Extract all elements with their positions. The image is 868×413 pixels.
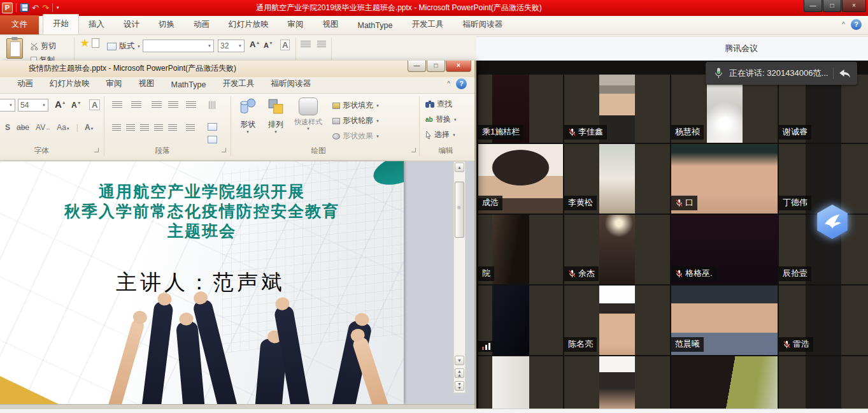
font-color-button[interactable]: A▼ (85, 123, 94, 132)
align-text-button[interactable] (208, 123, 217, 131)
minimize-button[interactable]: — (408, 61, 426, 72)
front-tab-视图[interactable]: 视图 (131, 75, 163, 93)
front-tab-动画[interactable]: 动画 (9, 75, 41, 93)
participant-tile[interactable]: 李黄松 (564, 144, 670, 214)
participant-tile[interactable]: 院 (478, 215, 563, 284)
tab-开始[interactable]: 开始 (43, 14, 79, 34)
cut-button[interactable]: 剪切 (31, 41, 56, 52)
participant-tile[interactable] (779, 356, 868, 413)
meeting-titlebar[interactable]: 腾讯会议 (476, 36, 868, 61)
grow-font-button[interactable]: A▲ (250, 40, 260, 49)
clear-formatting-button[interactable]: A (280, 40, 290, 50)
close-button[interactable]: × (842, 0, 866, 12)
participant-tile[interactable] (478, 286, 563, 355)
maximize-button[interactable]: □ (823, 0, 841, 12)
participant-tile[interactable]: 丁德伟 (779, 144, 868, 214)
ribbon-collapse-icon[interactable]: ^ (842, 21, 845, 28)
scrollbar-thumb[interactable] (455, 182, 464, 238)
scroll-down-button[interactable]: ▼ (455, 356, 464, 365)
font-dialog-launcher[interactable] (94, 148, 99, 152)
align-center-button[interactable] (126, 124, 135, 132)
participant-tile[interactable]: 余杰 (564, 215, 670, 284)
front-tab-福昕阅读器[interactable]: 福昕阅读器 (262, 75, 319, 93)
tab-幻灯片放映[interactable]: 幻灯片放映 (219, 15, 278, 34)
font-name-combo[interactable]: ▼ (0, 99, 15, 112)
distribute-button[interactable] (168, 124, 177, 132)
shrink-font-button[interactable]: A▼ (71, 101, 82, 110)
text-direction-button[interactable] (208, 101, 215, 109)
clear-formatting-button[interactable]: A (89, 99, 100, 110)
tab-切换[interactable]: 切换 (149, 15, 184, 34)
next-slide-button[interactable]: ▼▼ (455, 381, 464, 391)
tab-福昕阅读器[interactable]: 福昕阅读器 (453, 15, 512, 34)
font-size-combo[interactable]: 54 ▼ (18, 99, 48, 112)
font-size-combo[interactable]: 32 ▼ (218, 40, 245, 52)
participant-tile[interactable]: 谢诚睿 (779, 75, 868, 143)
tab-视图[interactable]: 视图 (313, 15, 348, 34)
scroll-up-button[interactable]: ▲ (455, 163, 464, 172)
close-button[interactable]: × (446, 61, 471, 72)
participant-tile[interactable]: 格格巫. (671, 215, 778, 284)
help-button[interactable]: ? (456, 78, 467, 89)
align-left-button[interactable] (112, 124, 121, 132)
slide-canvas[interactable]: 通用航空产业学院组织开展 秋季入学前常态化疫情防控安全教育 主题班会 主讲人：范… (0, 161, 404, 404)
paste-button[interactable] (6, 38, 23, 59)
tab-动画[interactable]: 动画 (184, 15, 219, 34)
participant-tile[interactable]: 杨慧祯 (671, 75, 778, 143)
ribbon-collapse-icon[interactable]: ^ (447, 80, 450, 87)
front-tab-开发工具[interactable]: 开发工具 (214, 75, 262, 93)
maximize-button[interactable]: □ (427, 61, 445, 72)
layout-button[interactable]: 版式 ▼ (107, 41, 141, 52)
speaking-banner[interactable]: 正在讲话: 3201434006范... (706, 62, 857, 85)
increase-indent-button[interactable] (168, 101, 178, 109)
main-titlebar[interactable]: P ↶ ↷ ▼ 通用航空产业学院2019级毕业班主题班会.pptx - Micr… (0, 0, 868, 16)
participant-tile[interactable]: 乘1施桔栏 (478, 75, 563, 143)
align-right-button[interactable] (140, 124, 149, 132)
find-button[interactable]: 查找 (425, 99, 452, 110)
bullets-button[interactable] (112, 101, 122, 109)
shrink-font-button[interactable]: A▼ (264, 41, 273, 49)
participant-tile[interactable]: 口 (671, 144, 778, 214)
decrease-indent-button[interactable] (152, 101, 162, 109)
justify-button[interactable] (154, 124, 163, 132)
shadow-button[interactable]: S (5, 123, 10, 132)
quick-styles-button[interactable]: 快速样式 ▼ (290, 98, 326, 131)
drawing-dialog-launcher[interactable] (411, 148, 416, 152)
select-button[interactable]: 选择▼ (425, 129, 456, 140)
reply-arrow-icon[interactable] (839, 69, 851, 78)
shape-outline-button[interactable]: 形状轮廓▼ (332, 115, 380, 126)
new-slide-button[interactable] (80, 38, 99, 48)
participant-tile[interactable] (564, 356, 670, 413)
tab-文件[interactable]: 文件 (0, 15, 39, 34)
xunlei-float-icon[interactable] (815, 205, 850, 239)
help-button[interactable]: ? (851, 19, 862, 30)
slide-scrollbar[interactable]: ▲ ▼ ▲▲ ▼▼ (453, 161, 466, 393)
tab-MathType[interactable]: MathType (348, 17, 402, 34)
arrange-button[interactable]: 排列 ▼ (262, 98, 289, 134)
participant-tile[interactable]: 成浩 (478, 144, 563, 214)
front-tab-审阅[interactable]: 审阅 (98, 75, 131, 93)
change-case-button[interactable]: Aa▼ (57, 123, 70, 132)
bullets-button[interactable] (301, 41, 311, 48)
shape-effects-button[interactable]: 形状效果▼ (332, 131, 380, 141)
columns-button[interactable] (186, 124, 195, 132)
line-spacing-button[interactable] (186, 101, 196, 109)
participant-tile[interactable]: 李佳鑫 (564, 75, 670, 143)
participant-tile[interactable]: 陈名亮 (564, 286, 670, 355)
participant-tile[interactable] (478, 356, 563, 413)
minimize-button[interactable]: — (804, 0, 822, 12)
tab-审阅[interactable]: 审阅 (278, 15, 313, 34)
numbering-button[interactable] (317, 41, 326, 48)
shape-fill-button[interactable]: 形状填充▼ (332, 100, 380, 111)
front-tab-幻灯片放映[interactable]: 幻灯片放映 (41, 75, 98, 93)
font-name-combo[interactable]: ▼ (143, 40, 214, 52)
previous-slide-button[interactable]: ▲▲ (455, 368, 464, 378)
participant-tile[interactable] (671, 356, 778, 413)
char-spacing-button[interactable]: AV↔ (36, 123, 50, 132)
shapes-button[interactable]: 形状 ▼ (234, 98, 261, 134)
numbering-button[interactable] (131, 101, 141, 109)
grow-font-button[interactable]: A▲ (55, 99, 66, 110)
tab-设计[interactable]: 设计 (114, 15, 149, 34)
paragraph-dialog-launcher[interactable] (222, 148, 226, 152)
participant-tile[interactable]: 范晨曦 (671, 286, 778, 355)
